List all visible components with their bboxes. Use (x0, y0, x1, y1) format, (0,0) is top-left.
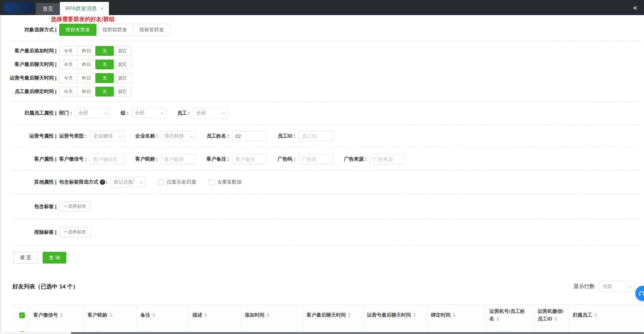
col-label: 描述 (193, 312, 202, 318)
staff-label: 员工 : (177, 110, 190, 116)
col-operator-wechat-id[interactable]: 运营机微信/员工ID (534, 305, 569, 326)
dedupe-option: 去重复数据 (209, 179, 242, 185)
time-filter-row-customer-chat: 客户最后聊天时间 | 今天 昨日 无 其它 (0, 60, 644, 69)
option-by-group[interactable]: 按群组群发 (96, 24, 133, 36)
time-option-group: 今天 昨日 无 其它 (59, 46, 132, 56)
company-select[interactable]: 浪石科技 (161, 131, 196, 141)
option-today[interactable]: 今天 (59, 46, 78, 56)
chevron-down-icon (190, 134, 194, 138)
rows-per-page-select[interactable]: 全部 (599, 281, 634, 292)
col-wechat-id[interactable]: 客户微信号 (29, 305, 84, 326)
staff-name-input[interactable] (232, 131, 267, 141)
customer-nickname-input[interactable] (161, 154, 196, 164)
row-label: 客户最后添加时间 | (0, 47, 57, 54)
sort-icon[interactable] (496, 317, 499, 321)
col-nickname[interactable]: 客户昵称 (84, 305, 136, 326)
col-description[interactable]: 描述 (188, 305, 241, 326)
option-today[interactable]: 今天 (59, 60, 78, 69)
help-icon[interactable]: ? (100, 179, 105, 185)
option-today[interactable]: 今天 (59, 73, 78, 83)
col-remark[interactable]: 备注 (136, 305, 188, 326)
ad-source-label: 广告来源 : (344, 156, 367, 162)
dedupe-checkbox[interactable] (209, 179, 214, 185)
tab-home[interactable]: 首页 (36, 3, 60, 15)
option-yesterday[interactable]: 昨日 (77, 87, 96, 97)
ad-code-input[interactable] (298, 154, 333, 164)
col-bind-time[interactable]: 绑定时间 (427, 305, 485, 326)
sort-icon[interactable] (413, 313, 416, 317)
time-option-group: 今天 昨日 无 其它 (59, 60, 132, 69)
col-operator-last-chat[interactable]: 运营号最后聊天时间 (363, 305, 427, 326)
sort-icon[interactable] (594, 313, 597, 317)
option-today[interactable]: 今天 (59, 87, 78, 97)
option-none[interactable]: 无 (95, 87, 114, 97)
tab-rpa-mass-message[interactable]: RPA群发消息 × (60, 2, 109, 15)
ad-source-input[interactable] (370, 154, 405, 164)
customer-remark-input[interactable] (232, 154, 267, 164)
option-none[interactable]: 无 (95, 60, 114, 69)
chevron-down-icon (104, 111, 108, 115)
option-by-friend[interactable]: 按好友群发 (59, 24, 96, 36)
unassigned-only-option: 仅显示未归属 (158, 179, 196, 185)
divider (11, 124, 640, 125)
rows-per-page-label: 显示行数 (574, 283, 595, 290)
tag-filter-mode-select[interactable]: 默认匹配 (110, 177, 145, 187)
customer-wechat-input[interactable] (90, 154, 125, 164)
friend-table-wrap: 客户微信号 客户昵称 备注 描述 添加时间 客户最后聊天时间 运营号最后聊天时间… (12, 304, 644, 334)
group-select-value: 全部 (135, 110, 145, 116)
row-label: 员工最后绑定时间 | (0, 88, 57, 95)
tag-filter-mode-label: 包含标签筛选方式 (59, 179, 98, 185)
unassigned-only-checkbox[interactable] (158, 179, 164, 185)
company-label: 企业名称 : (135, 133, 158, 139)
floating-action-button[interactable] (635, 286, 644, 301)
option-none[interactable]: 无 (95, 73, 114, 83)
staff-select-value: 全部 (196, 110, 206, 116)
option-yesterday[interactable]: 昨日 (77, 73, 96, 83)
select-exclude-tag-button[interactable]: + 选择标签 (59, 227, 91, 237)
operator-type-select[interactable]: 企业微信 (90, 131, 125, 141)
target-mode-group: 按好友群发 按群组群发 按标签群发 (59, 24, 170, 36)
option-other[interactable]: 其它 (113, 87, 132, 97)
colon-label: : (106, 179, 107, 185)
col-label: 备注 (141, 312, 150, 318)
staff-id-input[interactable] (298, 131, 333, 141)
dept-select[interactable]: 全部 (75, 108, 110, 118)
col-owner-staff[interactable]: 归属员工 (569, 305, 644, 326)
query-button[interactable]: 查 询 (43, 252, 67, 264)
rows-per-page: 显示行数 全部 (574, 281, 634, 292)
close-icon[interactable]: × (101, 6, 104, 11)
col-customer-last-chat[interactable]: 客户最后聊天时间 (303, 305, 363, 326)
sort-icon[interactable] (109, 313, 112, 317)
group-select[interactable]: 全部 (132, 108, 167, 118)
option-none[interactable]: 无 (95, 46, 114, 56)
staff-select[interactable]: 全部 (193, 108, 228, 118)
option-yesterday[interactable]: 昨日 (77, 60, 96, 69)
col-add-time[interactable]: 添加时间 (241, 305, 303, 326)
select-all-checkbox[interactable] (19, 313, 25, 318)
divider (11, 245, 640, 245)
option-yesterday[interactable]: 昨日 (77, 46, 96, 56)
collapse-sidebar-icon[interactable]: « (633, 3, 637, 12)
option-other[interactable]: 其它 (113, 60, 132, 69)
dept-label: 部门 : (59, 110, 72, 116)
sort-icon[interactable] (554, 317, 557, 321)
option-other[interactable]: 其它 (113, 46, 132, 56)
customer-wechat-label: 客户微信号 : (59, 156, 87, 162)
chevron-down-icon (119, 134, 122, 138)
col-label: 归属员工 (573, 312, 592, 318)
include-tag-row: 包含标签 | + 选择标签 (0, 201, 644, 211)
sort-icon[interactable] (348, 313, 351, 317)
option-other[interactable]: 其它 (113, 73, 132, 83)
select-include-tag-button[interactable]: + 选择标签 (59, 201, 91, 211)
sort-icon[interactable] (453, 313, 456, 317)
sort-icon[interactable] (60, 313, 63, 317)
reset-button[interactable]: 重 置 (13, 252, 38, 264)
exclude-tag-row: 排除标签 | + 选择标签 (0, 227, 644, 237)
sort-icon[interactable] (204, 313, 207, 317)
horizontal-scrollbar-thumb[interactable] (71, 332, 644, 334)
col-operator-name[interactable]: 运营机号/员工姓名 (485, 305, 534, 326)
sort-icon[interactable] (266, 313, 269, 317)
sort-icon[interactable] (152, 313, 155, 317)
option-by-tag[interactable]: 按标签群发 (133, 24, 170, 36)
divider (11, 41, 640, 41)
